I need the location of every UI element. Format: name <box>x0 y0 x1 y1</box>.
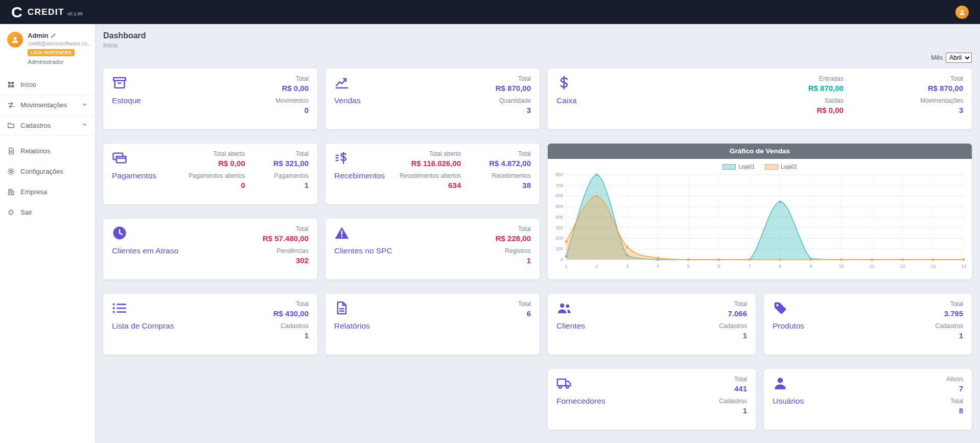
report-icon <box>7 147 15 155</box>
stat-label: Cadastros <box>281 322 309 330</box>
stat-value: R$ 870,00 <box>496 83 531 94</box>
credit-cards-icon <box>112 150 127 166</box>
card-title[interactable]: Clientes no SPC <box>334 246 392 255</box>
legend-item[interactable]: Loja02 <box>765 164 797 170</box>
stat-label: Saídas <box>825 97 844 105</box>
sidebar-item-cadastros[interactable]: Cadastros <box>0 115 95 135</box>
sidebar-menu: Início Movimentações Cadastros <box>0 74 95 222</box>
card-title[interactable]: Produtos <box>773 321 804 331</box>
sales-chart-card: Gráfico de Vendas Loja01Loja02 010020030… <box>548 144 972 279</box>
stat-value: 3 <box>527 105 531 115</box>
stat-value: 634 <box>448 180 461 191</box>
dollar-icon <box>556 75 572 90</box>
card-fornecedores[interactable]: Fornecedores Total 441 Cadastros 1 <box>548 369 756 430</box>
stat-label: Cadastros <box>719 398 747 405</box>
user-icon <box>773 376 788 391</box>
month-filter: Mês Abril <box>103 52 972 63</box>
sidebar-user-section: Admin credit@anronsoftware.co... LOJA VE… <box>0 24 95 69</box>
stat-value: 1 <box>305 331 309 341</box>
stat-value: 1 <box>743 406 747 416</box>
card-relatorios[interactable]: Relatórios Total 6 <box>325 294 540 355</box>
card-vendas[interactable]: Vendas Total R$ 870,00 Quantidade 3 <box>325 68 540 129</box>
card-title[interactable]: Caixa <box>556 96 577 105</box>
sidebar-item-sair[interactable]: Sair <box>0 202 95 222</box>
legend-item[interactable]: Loja01 <box>722 164 755 170</box>
user-icon <box>959 9 966 16</box>
svg-text:200: 200 <box>555 236 563 241</box>
svg-text:7: 7 <box>749 264 751 269</box>
edit-profile-pencil-icon[interactable] <box>51 33 56 38</box>
legend-label: Loja01 <box>738 164 755 170</box>
stat-value: 0 <box>241 180 245 191</box>
stat-value: 38 <box>522 180 531 191</box>
sidebar-item-configuracoes[interactable]: Configurações <box>0 161 95 181</box>
svg-text:9: 9 <box>809 264 812 269</box>
card-clientes-em-atraso[interactable]: Clientes em Atraso Total R$ 57.480,00 Pe… <box>103 219 317 279</box>
gear-icon <box>7 168 15 175</box>
stat-label: Cadastros <box>719 322 747 330</box>
sidebar-item-label: Sair <box>20 208 32 216</box>
stat-value: 3 <box>959 105 963 115</box>
chevron-down-icon <box>81 101 88 109</box>
svg-text:500: 500 <box>555 204 563 209</box>
stat-value: 441 <box>734 384 747 394</box>
sidebar-item-relatorios[interactable]: Relatórios <box>0 141 95 161</box>
stat-value: 6 <box>527 309 531 319</box>
stat-value: 1 <box>959 331 963 341</box>
stat-label: Total <box>518 300 531 308</box>
sidebar-item-empresa[interactable]: Empresa <box>0 181 95 202</box>
card-title[interactable]: Lista de Compras <box>112 321 174 331</box>
topbar-user-avatar[interactable] <box>955 6 969 19</box>
card-clientes[interactable]: Clientes Total 7.066 Cadastros 1 <box>548 294 756 355</box>
stat-value: 8 <box>959 406 963 416</box>
power-icon <box>7 208 15 216</box>
svg-text:800: 800 <box>555 172 563 177</box>
stat-label: Cadastros <box>935 322 963 330</box>
sidebar-item-label: Empresa <box>20 188 47 196</box>
card-title[interactable]: Relatórios <box>334 321 370 331</box>
card-title[interactable]: Clientes <box>556 321 585 331</box>
money-receive-icon <box>334 150 349 166</box>
card-produtos[interactable]: Produtos Total 3.795 Cadastros 1 <box>764 294 972 355</box>
transfer-icon <box>7 101 15 109</box>
stat-label: Pendências <box>276 247 309 255</box>
sidebar-item-label: Relatórios <box>20 147 51 155</box>
stat-label: Recebimentos abertos <box>400 172 461 180</box>
sidebar-item-label: Início <box>20 81 36 88</box>
sidebar-item-label: Cadastros <box>20 122 51 129</box>
stat-value: 1 <box>527 255 531 266</box>
stat-label: Total aberto <box>213 150 245 158</box>
card-clientes-no-spc[interactable]: Clientes no SPC Total R$ 228,00 Registro… <box>325 219 540 279</box>
card-title[interactable]: Recebimentos <box>334 171 385 180</box>
line-chart-icon <box>334 75 349 90</box>
grid-icon <box>7 81 15 88</box>
list-icon <box>112 300 127 316</box>
card-title[interactable]: Usuários <box>773 397 804 406</box>
stat-value: R$ 0,00 <box>816 105 844 115</box>
store-badge: LOJA VERTENTES <box>28 49 75 56</box>
card-title[interactable]: Pagamentos <box>112 171 156 180</box>
month-label: Mês <box>931 54 943 61</box>
file-text-icon <box>334 300 349 316</box>
sidebar-item-inicio[interactable]: Início <box>0 74 95 95</box>
card-title[interactable]: Vendas <box>334 96 361 105</box>
card-lista-de-compras[interactable]: Lista de Compras Total R$ 430,00 Cadastr… <box>103 294 317 355</box>
card-pagamentos[interactable]: Pagamentos Total aberto R$ 0,00 Pagament… <box>103 144 317 204</box>
card-title[interactable]: Estoque <box>112 96 141 105</box>
stat-value: R$ 870,00 <box>808 83 844 94</box>
card-title[interactable]: Fornecedores <box>556 397 605 406</box>
page-title: Dashboard <box>103 31 972 40</box>
chart-legend: Loja01Loja02 <box>548 164 972 170</box>
stat-value: 3.795 <box>944 309 963 319</box>
sidebar-item-movimentacoes[interactable]: Movimentações <box>0 95 95 115</box>
month-select[interactable]: Abril <box>946 53 972 63</box>
svg-text:4: 4 <box>657 264 659 269</box>
stat-value: R$ 0,00 <box>282 83 309 94</box>
card-caixa[interactable]: Caixa Entradas R$ 870,00 Saídas R$ 0,00 … <box>548 68 972 129</box>
legend-swatch <box>765 164 778 170</box>
stat-value: R$ 116.026,00 <box>411 158 461 169</box>
card-estoque[interactable]: Estoque Total R$ 0,00 Movimentos 0 <box>103 68 317 129</box>
card-recebimentos[interactable]: Recebimentos Total aberto R$ 116.026,00 … <box>325 144 540 204</box>
card-title[interactable]: Clientes em Atraso <box>112 246 178 255</box>
card-usuarios[interactable]: Usuários Ativos 7 Total 8 <box>764 369 972 430</box>
